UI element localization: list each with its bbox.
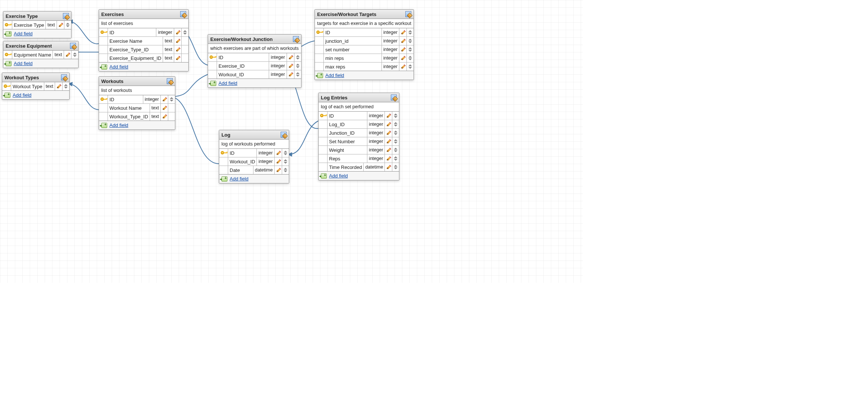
add-field-link[interactable]: Add field xyxy=(109,122,128,128)
table-header[interactable]: Exercise/Workout Targets xyxy=(315,10,414,19)
field-row[interactable]: IDinteger xyxy=(208,53,301,61)
add-field-link[interactable]: Add field xyxy=(230,176,249,182)
field-row[interactable]: IDinteger xyxy=(99,28,188,36)
field-row[interactable]: Exercise Typetext xyxy=(3,21,71,29)
edit-field-cell[interactable] xyxy=(64,51,71,59)
field-row[interactable]: Workout_IDinteger xyxy=(219,157,289,166)
sort-field-cell[interactable] xyxy=(392,129,399,137)
sort-field-cell[interactable] xyxy=(407,45,414,54)
edit-table-icon[interactable] xyxy=(180,11,186,17)
field-row[interactable]: Repsinteger xyxy=(319,154,399,163)
edit-field-cell[interactable] xyxy=(287,53,294,61)
edit-field-cell[interactable] xyxy=(385,129,392,137)
table-exercise_type[interactable]: Exercise TypeExercise TypetextAdd field xyxy=(3,11,71,38)
edit-field-cell[interactable] xyxy=(161,104,168,112)
field-row[interactable]: Exercise_Type_IDtext xyxy=(99,45,188,54)
edit-field-cell[interactable] xyxy=(385,154,392,163)
field-row[interactable]: Exercise_IDinteger xyxy=(208,61,301,70)
table-header[interactable]: Exercises xyxy=(99,10,188,19)
sort-field-cell[interactable] xyxy=(282,166,289,174)
field-row[interactable]: Log_IDinteger xyxy=(319,120,399,128)
edit-field-cell[interactable] xyxy=(399,37,407,45)
sort-field-cell[interactable] xyxy=(71,51,78,59)
edit-field-cell[interactable] xyxy=(385,120,392,128)
field-row[interactable]: max repsinteger xyxy=(315,62,414,71)
edit-table-icon[interactable] xyxy=(167,78,173,84)
table-targets[interactable]: Exercise/Workout Targetstargets for each… xyxy=(315,9,414,80)
sort-field-cell[interactable] xyxy=(407,54,414,62)
edit-table-icon[interactable] xyxy=(293,36,299,42)
field-row[interactable]: IDinteger xyxy=(219,149,289,157)
sort-field-cell[interactable] xyxy=(64,21,71,29)
field-row[interactable]: Exercise Nametext xyxy=(99,36,188,45)
edit-field-cell[interactable] xyxy=(161,95,168,103)
edit-field-cell[interactable] xyxy=(385,112,392,120)
field-row[interactable]: Weightinteger xyxy=(319,145,399,154)
sort-field-cell[interactable] xyxy=(282,149,289,157)
edit-field-cell[interactable] xyxy=(57,21,64,29)
table-header[interactable]: Log xyxy=(219,130,289,140)
sort-field-cell[interactable] xyxy=(392,146,399,154)
table-header[interactable]: Workout Types xyxy=(2,73,69,82)
table-workout_types[interactable]: Workout TypesWorkout TypetextAdd field xyxy=(2,73,70,100)
add-field-link[interactable]: Add field xyxy=(109,64,128,70)
edit-field-cell[interactable] xyxy=(287,70,294,79)
sort-field-cell[interactable] xyxy=(392,112,399,120)
field-row[interactable]: set numberinteger xyxy=(315,45,414,54)
field-row[interactable]: Exercise_Equipment_IDtext xyxy=(99,54,188,62)
sort-field-cell[interactable] xyxy=(63,82,69,90)
field-row[interactable]: Set Numberinteger xyxy=(319,137,399,145)
field-row[interactable]: Workout Typetext xyxy=(2,82,69,90)
table-exercises[interactable]: Exerciseslist of exercisesIDintegerExerc… xyxy=(99,9,189,71)
edit-field-cell[interactable] xyxy=(287,62,294,70)
table-header[interactable]: Exercise Type xyxy=(3,12,71,21)
add-field-button[interactable]: Add field xyxy=(99,121,175,129)
edit-table-icon[interactable] xyxy=(391,95,397,100)
edit-field-cell[interactable] xyxy=(399,45,407,54)
table-log[interactable]: Loglog of workouts performedIDintegerWor… xyxy=(219,130,289,183)
edit-field-cell[interactable] xyxy=(55,82,63,90)
field-row[interactable]: junction_idinteger xyxy=(315,36,414,45)
add-field-link[interactable]: Add field xyxy=(325,73,344,78)
add-field-link[interactable]: Add field xyxy=(14,31,33,36)
sort-field-cell[interactable] xyxy=(392,120,399,128)
table-log_entries[interactable]: Log Entrieslog of each set performedIDin… xyxy=(318,93,399,180)
edit-field-cell[interactable] xyxy=(174,54,182,62)
field-row[interactable]: Equipment Nametext xyxy=(3,51,78,59)
field-row[interactable]: Workout_IDinteger xyxy=(208,70,301,79)
edit-table-icon[interactable] xyxy=(63,13,69,19)
sort-field-cell[interactable] xyxy=(407,37,414,45)
sort-field-cell[interactable] xyxy=(392,137,399,145)
edit-table-icon[interactable] xyxy=(405,11,411,17)
sort-field-cell[interactable] xyxy=(282,157,289,166)
sort-field-cell[interactable] xyxy=(392,154,399,163)
field-row[interactable]: Datedatetime xyxy=(219,166,289,174)
edit-table-icon[interactable] xyxy=(61,74,67,80)
field-row[interactable]: min repsinteger xyxy=(315,54,414,62)
field-row[interactable]: IDinteger xyxy=(99,95,175,103)
sort-field-cell[interactable] xyxy=(168,95,175,103)
table-junction[interactable]: Exercise/Workout Junctionwhich exercises… xyxy=(208,34,301,88)
add-field-button[interactable]: Add field xyxy=(2,91,69,99)
edit-table-icon[interactable] xyxy=(281,132,287,138)
field-row[interactable]: Time Recordeddatetime xyxy=(319,163,399,171)
add-field-button[interactable]: Add field xyxy=(219,175,289,183)
table-header[interactable]: Exercise/Workout Junction xyxy=(208,35,301,44)
table-exercise_equipment[interactable]: Exercise EquipmentEquipment NametextAdd … xyxy=(3,41,79,68)
add-field-button[interactable]: Add field xyxy=(3,29,71,38)
add-field-button[interactable]: Add field xyxy=(315,71,414,80)
sort-field-cell[interactable] xyxy=(392,163,399,171)
add-field-link[interactable]: Add field xyxy=(14,61,33,66)
add-field-link[interactable]: Add field xyxy=(218,80,237,86)
table-header[interactable]: Workouts xyxy=(99,77,175,86)
edit-field-cell[interactable] xyxy=(385,146,392,154)
edit-field-cell[interactable] xyxy=(161,112,168,121)
field-row[interactable]: IDinteger xyxy=(315,28,414,36)
table-header[interactable]: Exercise Equipment xyxy=(3,41,78,51)
field-row[interactable]: Workout Nametext xyxy=(99,103,175,112)
edit-field-cell[interactable] xyxy=(399,63,407,71)
table-header[interactable]: Log Entries xyxy=(319,93,399,102)
field-row[interactable]: Junction_IDinteger xyxy=(319,128,399,137)
table-workouts[interactable]: Workoutslist of workoutsIDintegerWorkout… xyxy=(99,76,175,130)
add-field-link[interactable]: Add field xyxy=(329,173,348,179)
